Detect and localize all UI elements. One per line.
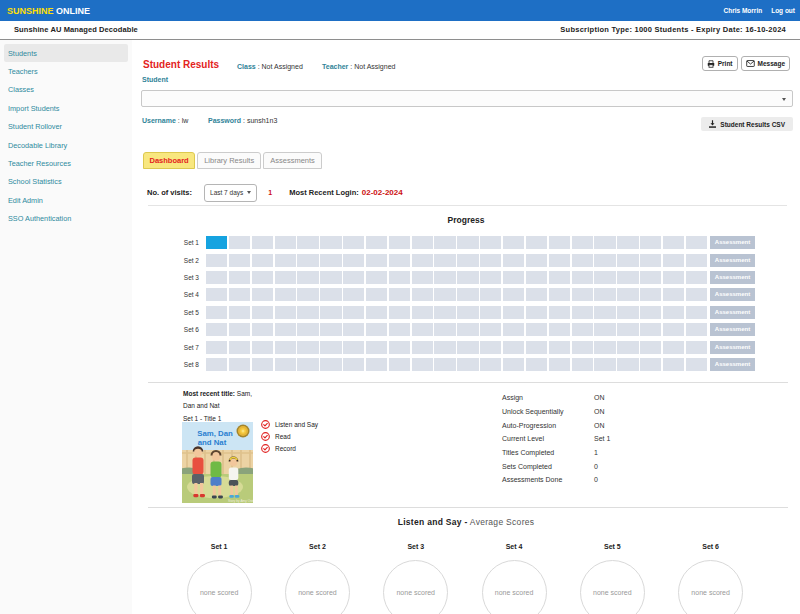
svg-text:Story by Amy Ostrager: Story by Amy Ostrager — [228, 499, 253, 503]
svg-text:and Nat: and Nat — [198, 438, 227, 447]
svg-text:Sam, Dan: Sam, Dan — [197, 429, 233, 438]
